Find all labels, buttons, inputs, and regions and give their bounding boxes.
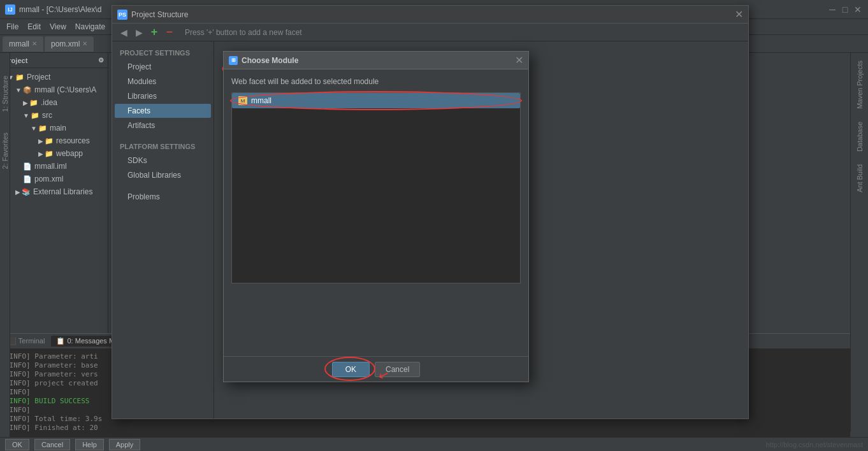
mmall-folder-icon: 📦 xyxy=(23,86,32,94)
tree-resources[interactable]: ▶ 📁 resources xyxy=(0,134,108,147)
tree-pom-xml[interactable]: 📄 pom.xml xyxy=(0,173,108,185)
left-tab-favorites[interactable]: 2: Favorites xyxy=(0,129,10,173)
ps-back-button[interactable]: ◀ xyxy=(117,26,130,39)
ps-add-button[interactable]: + xyxy=(148,26,161,39)
nav-modules[interactable]: Modules xyxy=(115,75,211,89)
tab-mmall[interactable]: mmall ✕ xyxy=(3,36,43,52)
log-line-9: [INFO] Finished at: 20 xyxy=(5,424,845,432)
right-tab-ant[interactable]: Ant Build xyxy=(853,159,866,197)
tree-external-libs[interactable]: ▶ 📚 External Libraries xyxy=(0,185,108,198)
tree-src-arrow: ▼ xyxy=(23,112,29,119)
left-tab-structure[interactable]: 1: Structure xyxy=(0,72,10,116)
maximize-button[interactable]: □ xyxy=(840,4,850,15)
window-title: mmall - [C:\Users\Alex\d xyxy=(19,5,101,14)
cm-subtitle: Web facet will be added to selected modu… xyxy=(231,77,521,86)
ok-btn-container: OK ↗ xyxy=(332,362,370,377)
idea-folder-icon: 📁 xyxy=(29,99,38,107)
tab-mmall-label: mmall xyxy=(9,39,29,48)
ps-left-nav: Project Settings Project Modules Librari… xyxy=(112,41,214,419)
tree-idea-arrow: ▶ xyxy=(23,99,28,106)
cm-title-bar: ⊞ Choose Module ✕ xyxy=(224,52,528,69)
status-apply-button[interactable]: Apply xyxy=(109,439,141,450)
platform-settings-label: Platform Settings xyxy=(112,140,213,153)
tree-main[interactable]: ▼ 📁 main xyxy=(0,122,108,134)
nav-facets[interactable]: Facets xyxy=(115,104,211,118)
xml-file-icon: 📄 xyxy=(23,175,32,183)
tree-webapp-label: webapp xyxy=(56,149,83,158)
cm-module-list: M mmall xyxy=(231,92,521,283)
app-icon: IJ xyxy=(5,4,15,15)
close-window-button[interactable]: ✕ xyxy=(853,4,863,15)
project-tree-icon: ⚙ xyxy=(98,57,104,64)
tree-ext-arrow: ▶ xyxy=(15,189,20,196)
ps-forward-button[interactable]: ▶ xyxy=(133,26,145,39)
cm-module-mmall[interactable]: M mmall xyxy=(232,93,520,108)
status-bar: OK Cancel Help Apply http://blog.csdn.ne… xyxy=(0,437,868,451)
tree-main-arrow: ▼ xyxy=(31,125,37,132)
tab-pomxml-label: pom.xml xyxy=(51,39,80,48)
tree-resources-label: resources xyxy=(56,136,90,145)
module-icon: M xyxy=(238,96,247,105)
ps-close-button[interactable]: ✕ xyxy=(735,10,743,20)
ps-hint-text: Press '+' button to add a new facet xyxy=(185,28,302,37)
tree-pom-xml-label: pom.xml xyxy=(34,175,63,183)
tree-external-libs-label: External Libraries xyxy=(33,187,92,196)
main-folder-icon: 📁 xyxy=(38,124,47,132)
minimize-button[interactable]: ─ xyxy=(827,4,837,15)
platform-settings-section: Platform Settings SDKs Global Libraries xyxy=(112,140,213,182)
cm-title-left: ⊞ Choose Module xyxy=(229,56,298,65)
ide-window: IJ mmall - [C:\Users\Alex\d ─ □ ✕ File E… xyxy=(0,0,868,451)
tree-project[interactable]: ▼ 📁 Project xyxy=(0,71,108,83)
tree-mmall-iml-label: mmall.iml xyxy=(34,162,67,171)
cm-dialog-title: Choose Module xyxy=(242,56,298,65)
menu-navigate[interactable]: Navigate xyxy=(71,21,109,32)
tree-mmall-arrow: ▼ xyxy=(15,87,22,94)
menu-file[interactable]: File xyxy=(3,21,22,32)
status-ok-button[interactable]: OK xyxy=(5,439,29,450)
resources-folder-icon: 📁 xyxy=(45,137,54,145)
tab-pomxml-close[interactable]: ✕ xyxy=(82,40,87,47)
ps-remove-button[interactable]: − xyxy=(163,26,176,39)
status-cancel-button[interactable]: Cancel xyxy=(34,439,70,450)
nav-problems[interactable]: Problems xyxy=(115,190,211,204)
nav-sdks[interactable]: SDKs xyxy=(115,154,211,168)
tree-idea-label: .idea xyxy=(41,98,57,107)
right-tab-maven[interactable]: Maven Projects xyxy=(853,55,866,114)
window-controls: ─ □ ✕ xyxy=(827,4,863,15)
messages-icon: 📋 xyxy=(56,337,65,345)
tree-webapp-arrow: ▶ xyxy=(38,150,43,157)
tree-idea[interactable]: ▶ 📁 .idea xyxy=(0,96,108,109)
title-bar-left: IJ mmall - [C:\Users\Alex\d xyxy=(5,4,101,15)
tree-main-label: main xyxy=(50,124,66,132)
tree-project-label: Project xyxy=(27,73,50,82)
nav-global-libraries[interactable]: Global Libraries xyxy=(115,168,211,182)
ps-title-left: PS Project Structure xyxy=(117,10,188,20)
webapp-folder-icon: 📁 xyxy=(45,150,54,158)
cm-ok-button[interactable]: OK xyxy=(332,362,370,377)
ps-toolbar: ◀ ▶ + − Press '+' button to add a new fa… xyxy=(112,24,748,41)
tab-pomxml[interactable]: pom.xml ✕ xyxy=(45,36,94,52)
right-tab-database[interactable]: Database xyxy=(853,117,866,157)
tree-src[interactable]: ▼ 📁 src xyxy=(0,109,108,122)
cm-module-label: mmall xyxy=(251,96,271,105)
ps-dialog-icon: PS xyxy=(117,10,127,20)
project-settings-section: Project Settings Project Modules Librari… xyxy=(112,47,213,132)
menu-edit[interactable]: Edit xyxy=(24,21,45,32)
tree-mmall-label: mmall (C:\Users\A xyxy=(34,85,96,94)
status-help-button[interactable]: Help xyxy=(75,439,104,450)
ps-dialog-title: Project Structure xyxy=(131,10,188,19)
tree-webapp[interactable]: ▶ 📁 webapp xyxy=(0,147,108,160)
nav-libraries[interactable]: Libraries xyxy=(115,89,211,103)
nav-project[interactable]: Project xyxy=(115,60,211,74)
choose-module-dialog: ⊞ Choose Module ✕ Web facet will be adde… xyxy=(223,51,529,382)
nav-artifacts[interactable]: Artifacts xyxy=(115,118,211,132)
tree-mmall-iml[interactable]: 📄 mmall.iml xyxy=(0,160,108,173)
tree-src-label: src xyxy=(42,111,52,120)
menu-view[interactable]: View xyxy=(46,21,70,32)
tree-mmall[interactable]: ▼ 📦 mmall (C:\Users\A xyxy=(0,83,108,96)
iml-file-icon: 📄 xyxy=(23,162,32,171)
tree-resources-arrow: ▶ xyxy=(38,138,43,145)
tab-mmall-close[interactable]: ✕ xyxy=(32,40,37,47)
cm-close-button[interactable]: ✕ xyxy=(515,54,523,66)
project-settings-label: Project Settings xyxy=(112,47,213,59)
